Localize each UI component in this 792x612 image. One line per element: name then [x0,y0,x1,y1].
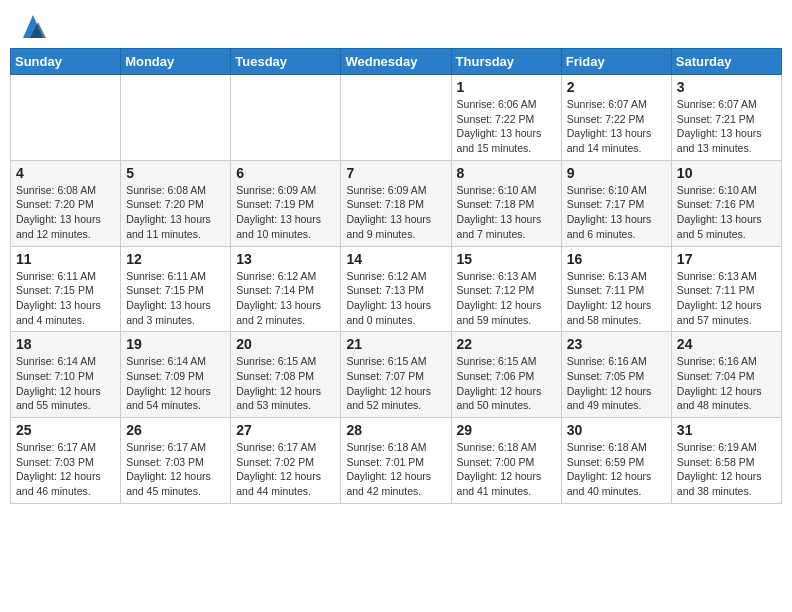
weekday-header-sunday: Sunday [11,49,121,75]
day-info: Sunrise: 6:17 AM Sunset: 7:02 PM Dayligh… [236,440,335,499]
day-info: Sunrise: 6:15 AM Sunset: 7:08 PM Dayligh… [236,354,335,413]
day-info: Sunrise: 6:16 AM Sunset: 7:05 PM Dayligh… [567,354,666,413]
day-info: Sunrise: 6:11 AM Sunset: 7:15 PM Dayligh… [126,269,225,328]
day-info: Sunrise: 6:09 AM Sunset: 7:19 PM Dayligh… [236,183,335,242]
day-info: Sunrise: 6:14 AM Sunset: 7:10 PM Dayligh… [16,354,115,413]
calendar-cell: 20Sunrise: 6:15 AM Sunset: 7:08 PM Dayli… [231,332,341,418]
day-info: Sunrise: 6:11 AM Sunset: 7:15 PM Dayligh… [16,269,115,328]
calendar-week-row: 11Sunrise: 6:11 AM Sunset: 7:15 PM Dayli… [11,246,782,332]
calendar-cell: 22Sunrise: 6:15 AM Sunset: 7:06 PM Dayli… [451,332,561,418]
calendar-cell: 17Sunrise: 6:13 AM Sunset: 7:11 PM Dayli… [671,246,781,332]
calendar-cell: 25Sunrise: 6:17 AM Sunset: 7:03 PM Dayli… [11,418,121,504]
day-info: Sunrise: 6:17 AM Sunset: 7:03 PM Dayligh… [16,440,115,499]
day-info: Sunrise: 6:13 AM Sunset: 7:11 PM Dayligh… [567,269,666,328]
day-info: Sunrise: 6:18 AM Sunset: 7:01 PM Dayligh… [346,440,445,499]
calendar-cell: 1Sunrise: 6:06 AM Sunset: 7:22 PM Daylig… [451,75,561,161]
day-info: Sunrise: 6:13 AM Sunset: 7:11 PM Dayligh… [677,269,776,328]
day-info: Sunrise: 6:10 AM Sunset: 7:18 PM Dayligh… [457,183,556,242]
day-number: 1 [457,79,556,95]
calendar-cell: 28Sunrise: 6:18 AM Sunset: 7:01 PM Dayli… [341,418,451,504]
calendar-cell: 2Sunrise: 6:07 AM Sunset: 7:22 PM Daylig… [561,75,671,161]
calendar-cell: 31Sunrise: 6:19 AM Sunset: 6:58 PM Dayli… [671,418,781,504]
page-header [10,10,782,38]
day-info: Sunrise: 6:18 AM Sunset: 6:59 PM Dayligh… [567,440,666,499]
day-info: Sunrise: 6:15 AM Sunset: 7:06 PM Dayligh… [457,354,556,413]
day-info: Sunrise: 6:06 AM Sunset: 7:22 PM Dayligh… [457,97,556,156]
day-number: 25 [16,422,115,438]
day-number: 5 [126,165,225,181]
weekday-header-wednesday: Wednesday [341,49,451,75]
day-number: 20 [236,336,335,352]
weekday-header-thursday: Thursday [451,49,561,75]
day-number: 27 [236,422,335,438]
calendar-cell: 3Sunrise: 6:07 AM Sunset: 7:21 PM Daylig… [671,75,781,161]
day-number: 19 [126,336,225,352]
calendar-cell: 4Sunrise: 6:08 AM Sunset: 7:20 PM Daylig… [11,160,121,246]
day-number: 6 [236,165,335,181]
day-info: Sunrise: 6:10 AM Sunset: 7:16 PM Dayligh… [677,183,776,242]
calendar-cell: 11Sunrise: 6:11 AM Sunset: 7:15 PM Dayli… [11,246,121,332]
calendar-cell: 6Sunrise: 6:09 AM Sunset: 7:19 PM Daylig… [231,160,341,246]
weekday-header-saturday: Saturday [671,49,781,75]
day-info: Sunrise: 6:09 AM Sunset: 7:18 PM Dayligh… [346,183,445,242]
calendar-cell: 18Sunrise: 6:14 AM Sunset: 7:10 PM Dayli… [11,332,121,418]
day-number: 14 [346,251,445,267]
day-info: Sunrise: 6:18 AM Sunset: 7:00 PM Dayligh… [457,440,556,499]
logo [15,10,48,38]
day-number: 24 [677,336,776,352]
day-number: 21 [346,336,445,352]
day-number: 11 [16,251,115,267]
weekday-header-monday: Monday [121,49,231,75]
day-info: Sunrise: 6:07 AM Sunset: 7:22 PM Dayligh… [567,97,666,156]
day-info: Sunrise: 6:13 AM Sunset: 7:12 PM Dayligh… [457,269,556,328]
day-info: Sunrise: 6:14 AM Sunset: 7:09 PM Dayligh… [126,354,225,413]
day-number: 18 [16,336,115,352]
day-info: Sunrise: 6:16 AM Sunset: 7:04 PM Dayligh… [677,354,776,413]
weekday-header-row: SundayMondayTuesdayWednesdayThursdayFrid… [11,49,782,75]
calendar-cell: 29Sunrise: 6:18 AM Sunset: 7:00 PM Dayli… [451,418,561,504]
day-number: 30 [567,422,666,438]
weekday-header-tuesday: Tuesday [231,49,341,75]
day-number: 8 [457,165,556,181]
calendar-cell: 23Sunrise: 6:16 AM Sunset: 7:05 PM Dayli… [561,332,671,418]
calendar-cell: 16Sunrise: 6:13 AM Sunset: 7:11 PM Dayli… [561,246,671,332]
calendar-cell: 14Sunrise: 6:12 AM Sunset: 7:13 PM Dayli… [341,246,451,332]
calendar-cell: 15Sunrise: 6:13 AM Sunset: 7:12 PM Dayli… [451,246,561,332]
day-number: 10 [677,165,776,181]
calendar-cell: 30Sunrise: 6:18 AM Sunset: 6:59 PM Dayli… [561,418,671,504]
day-number: 13 [236,251,335,267]
calendar-cell: 19Sunrise: 6:14 AM Sunset: 7:09 PM Dayli… [121,332,231,418]
day-info: Sunrise: 6:19 AM Sunset: 6:58 PM Dayligh… [677,440,776,499]
calendar-cell [341,75,451,161]
day-number: 28 [346,422,445,438]
day-number: 3 [677,79,776,95]
day-number: 7 [346,165,445,181]
day-number: 15 [457,251,556,267]
calendar-cell: 5Sunrise: 6:08 AM Sunset: 7:20 PM Daylig… [121,160,231,246]
day-number: 17 [677,251,776,267]
day-info: Sunrise: 6:08 AM Sunset: 7:20 PM Dayligh… [126,183,225,242]
logo-icon [18,10,48,38]
day-number: 4 [16,165,115,181]
day-number: 2 [567,79,666,95]
calendar-cell: 13Sunrise: 6:12 AM Sunset: 7:14 PM Dayli… [231,246,341,332]
calendar-cell: 8Sunrise: 6:10 AM Sunset: 7:18 PM Daylig… [451,160,561,246]
day-number: 29 [457,422,556,438]
day-info: Sunrise: 6:15 AM Sunset: 7:07 PM Dayligh… [346,354,445,413]
calendar-cell: 12Sunrise: 6:11 AM Sunset: 7:15 PM Dayli… [121,246,231,332]
day-info: Sunrise: 6:12 AM Sunset: 7:13 PM Dayligh… [346,269,445,328]
calendar-cell: 7Sunrise: 6:09 AM Sunset: 7:18 PM Daylig… [341,160,451,246]
weekday-header-friday: Friday [561,49,671,75]
day-number: 12 [126,251,225,267]
day-number: 22 [457,336,556,352]
calendar-week-row: 4Sunrise: 6:08 AM Sunset: 7:20 PM Daylig… [11,160,782,246]
calendar-week-row: 18Sunrise: 6:14 AM Sunset: 7:10 PM Dayli… [11,332,782,418]
calendar-table: SundayMondayTuesdayWednesdayThursdayFrid… [10,48,782,504]
calendar-cell [231,75,341,161]
calendar-cell: 9Sunrise: 6:10 AM Sunset: 7:17 PM Daylig… [561,160,671,246]
day-info: Sunrise: 6:10 AM Sunset: 7:17 PM Dayligh… [567,183,666,242]
calendar-cell [11,75,121,161]
calendar-cell [121,75,231,161]
calendar-cell: 21Sunrise: 6:15 AM Sunset: 7:07 PM Dayli… [341,332,451,418]
calendar-week-row: 1Sunrise: 6:06 AM Sunset: 7:22 PM Daylig… [11,75,782,161]
